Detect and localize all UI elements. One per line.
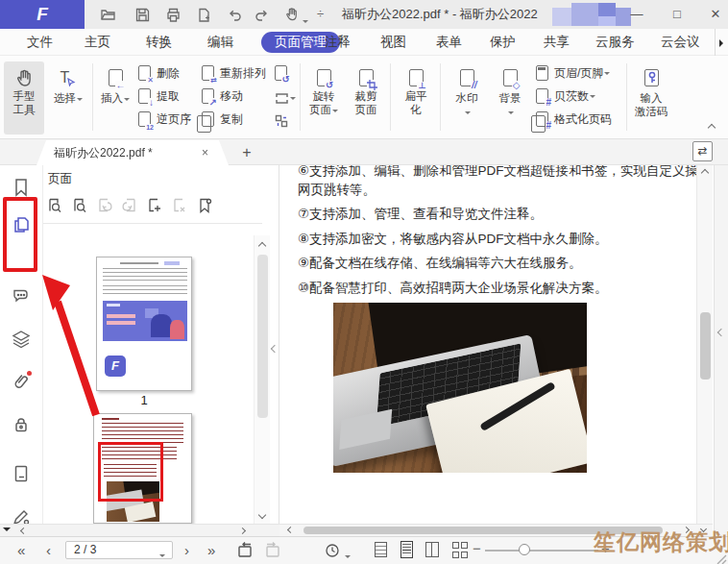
open-file-icon[interactable] [100,7,116,23]
save-icon[interactable] [134,7,151,23]
reverse-page-icon: 12 [138,111,151,127]
scroll-up-icon[interactable] [701,169,709,177]
swap-view-button[interactable]: ⇄ [692,141,713,161]
destinations-panel-icon[interactable] [11,463,32,484]
panel-more-icon[interactable] [3,527,11,535]
select-tool-button[interactable]: T 选择 [48,61,88,135]
menu-protect[interactable]: 保护 [490,29,516,56]
new-tab-button[interactable]: + [237,140,256,165]
thumbnails-scrollbar[interactable] [254,235,270,524]
menu-form[interactable]: 表单 [436,29,462,56]
facing-continuous-view-icon[interactable] [452,542,469,558]
maximize-button[interactable]: □ [667,0,688,29]
header-footer-caret-icon [604,72,610,78]
scrollbar-thumb[interactable] [700,312,711,380]
rotate-left-icon[interactable] [96,197,113,214]
delete-page-icon-disabled[interactable] [171,197,188,214]
zoom-out-button[interactable]: − [473,540,481,556]
rotate-view-icon[interactable] [325,543,340,562]
crop-pages-button[interactable]: 裁剪页面 [346,61,386,135]
background-button[interactable]: ◇ 背景 [490,61,530,135]
censored-block [571,3,598,26]
last-page-button[interactable]: » [207,540,215,560]
hand-tool-quick-icon[interactable] [284,7,301,23]
previous-page-button[interactable]: ‹ [46,540,51,560]
menu-cloud-service[interactable]: 云服务 [595,29,635,56]
next-page-button[interactable]: › [184,540,189,560]
menu-convert[interactable]: 转换 [146,29,172,56]
menu-view[interactable]: 视图 [380,29,406,56]
rearrange-pages-button[interactable]: ⇄ 重新排列 [202,63,266,83]
rotate-right-icon[interactable] [121,197,138,214]
bookmarks-panel-icon[interactable] [11,177,32,198]
bookmark-page-icon[interactable] [196,197,213,214]
rotate-pages-button[interactable]: ↺ 旋转页面 [303,61,344,135]
reverse-pages-button[interactable]: 12 逆页序 [138,110,191,129]
single-page-view-icon[interactable] [375,542,387,557]
scroll-left-icon[interactable] [20,527,27,534]
close-button[interactable]: ✕ [705,0,726,29]
flatten-button[interactable]: ⊥ 扁平化 [394,61,438,135]
hand-tool-button[interactable]: 手型工具 [4,61,44,135]
move-pages-button[interactable]: ↗ 移动 [202,86,243,106]
page-number-input[interactable]: 2 / 3 [65,541,173,559]
previous-view-icon[interactable] [236,541,255,563]
watermark-button[interactable]: // 水印 [446,61,488,135]
layers-panel-icon[interactable] [11,329,32,350]
panel-divider [43,223,262,224]
split-pages-button[interactable] [275,88,296,108]
menu-overflow-button[interactable] [715,29,728,56]
undo-icon[interactable] [227,7,243,23]
swap-pages-button[interactable] [275,111,288,131]
thumbnail-zoom-in-icon[interactable] [46,197,63,214]
replace-pages-button[interactable]: ↺ [275,63,287,83]
insert-pages-button[interactable]: ← 插入 [96,61,134,135]
first-page-button[interactable]: « [17,540,25,560]
rotate-view-caret[interactable] [345,555,351,561]
menu-share[interactable]: 共享 [544,29,570,56]
continuous-view-icon[interactable] [400,541,413,558]
extract-pages-button[interactable]: ↓ 提取 [138,86,180,106]
add-page-icon[interactable] [146,197,163,214]
activation-code-button[interactable]: 输入 激活码 [628,61,674,135]
right-panel-strip [714,139,728,536]
insert-caret-icon [124,98,130,104]
minimize-button[interactable]: — [626,0,647,29]
scroll-right-icon[interactable] [239,527,246,534]
scroll-up-icon[interactable] [258,242,266,250]
format-page-number-button[interactable]: # 格式化页码 [536,110,612,129]
zoom-slider-track[interactable] [485,550,598,552]
scroll-left-icon[interactable] [287,527,294,533]
scroll-down-icon[interactable] [258,511,266,519]
menu-cloud-meeting[interactable]: 云会议 [661,29,700,56]
comments-panel-icon[interactable] [11,284,32,306]
delete-pages-button[interactable]: ✕ 删除 [138,63,180,83]
menu-edit[interactable]: 编辑 [207,29,233,56]
new-page-icon[interactable] [196,7,212,23]
menu-comment[interactable]: 注释 [325,29,351,56]
menu-home[interactable]: 主页 [85,29,110,56]
thumbnail-zoom-out-icon[interactable] [71,197,88,214]
main-vertical-scrollbar[interactable] [696,163,713,524]
bates-caret-icon [590,95,595,101]
header-footer-button[interactable]: 页眉/页脚 [536,63,610,83]
page-dropdown-caret[interactable] [159,554,165,560]
page-thumbnail-1[interactable]: F [96,257,192,391]
bates-number-button[interactable]: # 贝茨数 [536,86,595,106]
panel-horizontal-scrollbar[interactable] [0,524,279,536]
tab-close-icon[interactable]: × [202,140,208,165]
customize-toolbar-icon[interactable]: ÷ [317,7,324,21]
document-tab[interactable]: 福昕办公2022.pdf * × [36,140,229,165]
redo-icon[interactable] [254,7,270,23]
hand-tool-dropdown-caret[interactable] [303,20,308,26]
security-panel-icon[interactable] [11,414,32,435]
expand-right-panel-icon[interactable] [717,329,725,336]
zoom-slider-handle[interactable] [519,544,530,555]
print-icon[interactable] [165,7,182,23]
menu-file[interactable]: 文件 [27,29,53,56]
next-view-icon-disabled[interactable] [263,541,281,563]
copy-pages-button[interactable]: 复制 [202,110,243,129]
facing-view-icon[interactable] [425,542,439,561]
scrollbar-thumb[interactable] [257,255,268,418]
insert-page-icon: ← [96,66,134,89]
